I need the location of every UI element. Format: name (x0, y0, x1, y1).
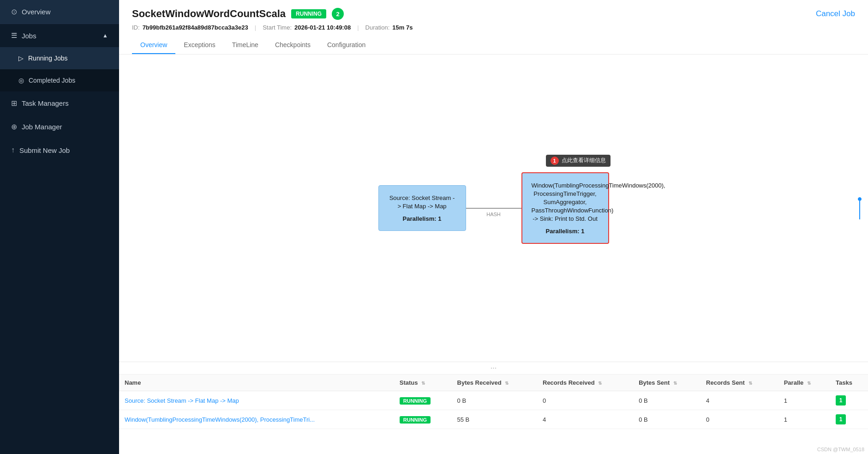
completed-jobs-icon: ◎ (18, 77, 24, 84)
col-parallelism: Paralle ⇅ (778, 375, 830, 391)
table-area: ··· Name Status ⇅ Bytes Received ⇅ Recor… (119, 362, 868, 454)
id-label: ID: (132, 24, 140, 31)
sidebar-task-managers-label: Task Managers (22, 99, 69, 107)
flow-diagram: Source: Socket Stream -> Flat Map -> Map… (119, 54, 868, 362)
parallelism-badge: 2 (332, 8, 344, 20)
node2-parallelism: Parallelism: 1 (532, 228, 599, 235)
meta-sep-2: | (357, 24, 359, 31)
cell-bytes-sent-0: 0 B (633, 391, 700, 410)
col-records-received: Records Received ⇅ (537, 375, 633, 391)
flow-node-1[interactable]: Source: Socket Stream -> Flat Map -> Map… (378, 185, 466, 231)
tabs: Overview Exceptions TimeLine Checkpoints… (132, 36, 855, 54)
status-badge-0: RUNNING (400, 397, 431, 405)
cell-records-received-1: 4 (537, 410, 633, 429)
tab-checkpoints[interactable]: Checkpoints (267, 36, 319, 54)
col-tasks: Tasks (830, 375, 868, 391)
running-status-badge: RUNNING (291, 9, 326, 18)
node1-label: Source: Socket Stream -> Flat Map -> Map (388, 194, 456, 211)
start-time-value: 2026-01-21 10:49:08 (294, 24, 351, 31)
task-managers-icon: ⊞ (11, 99, 17, 108)
sidebar-item-job-manager[interactable]: ⊕ Job Manager (0, 115, 119, 139)
tasks-badge-1: 1 (836, 414, 846, 424)
sidebar-running-jobs-label: Running Jobs (28, 54, 68, 62)
meta-sep-1: | (255, 24, 256, 31)
sidebar-item-overview[interactable]: ⊙ Overview (0, 0, 119, 24)
running-jobs-icon: ▷ (18, 54, 24, 62)
cell-parallelism-1: 1 (778, 410, 830, 429)
job-manager-icon: ⊕ (11, 122, 17, 131)
job-header: SocketWindowWordCountScala RUNNING 2 Can… (119, 0, 868, 54)
cell-bytes-received-1: 55 B (452, 410, 537, 429)
tab-overview[interactable]: Overview (132, 36, 175, 54)
arrow-label: HASH (486, 212, 501, 217)
flow-row: Source: Socket Stream -> Flat Map -> Map… (378, 172, 609, 244)
id-value: 7b99bfb261a92f84a89d87bcca3a3e23 (143, 24, 248, 31)
job-title-left: SocketWindowWordCountScala RUNNING 2 (132, 8, 344, 20)
cell-status-0: RUNNING (394, 391, 452, 410)
node1-parallelism: Parallelism: 1 (388, 215, 456, 222)
scroll-dot (858, 197, 862, 201)
jobs-icon: ☰ (11, 31, 17, 40)
sidebar-completed-jobs-label: Completed Jobs (29, 77, 75, 84)
tab-exceptions[interactable]: Exceptions (175, 36, 223, 54)
tab-timeline[interactable]: TimeLine (224, 36, 267, 54)
node2-label: Window(TumblingProcessingTimeWindows(200… (532, 182, 599, 224)
tooltip: 1 点此查看详细信息 (546, 155, 611, 167)
sidebar-jobs-header[interactable]: ☰ Jobs ▲ (0, 24, 119, 47)
table-row: Window(TumblingProcessingTimeWindows(200… (119, 410, 868, 429)
cell-status-1: RUNNING (394, 410, 452, 429)
tooltip-num: 1 (551, 157, 559, 165)
col-name: Name (119, 375, 394, 391)
duration-label: Duration: (365, 24, 390, 31)
cell-tasks-0: 1 (830, 391, 868, 410)
sidebar-jobs-label: Jobs (22, 32, 36, 40)
job-meta: ID: 7b99bfb261a92f84a89d87bcca3a3e23 | S… (132, 24, 855, 31)
start-time-label: Start Time: (263, 24, 292, 31)
flow-node-2[interactable]: Window(TumblingProcessingTimeWindows(200… (521, 172, 609, 244)
jobs-children: ▷ Running Jobs ◎ Completed Jobs (0, 47, 119, 91)
job-title-row: SocketWindowWordCountScala RUNNING 2 Can… (132, 7, 855, 20)
sidebar-item-submit-new-job[interactable]: ↑ Submit New Job (0, 139, 119, 162)
canvas-wrapper: Source: Socket Stream -> Flat Map -> Map… (119, 54, 868, 454)
cancel-job-button[interactable]: Cancel Job (816, 7, 855, 20)
cell-name-1: Window(TumblingProcessingTimeWindows(200… (119, 410, 394, 429)
scroll-indicator (858, 197, 862, 219)
col-records-sent: Records Sent ⇅ (700, 375, 778, 391)
status-badge-1: RUNNING (400, 416, 431, 424)
chevron-up-icon: ▲ (102, 32, 108, 39)
arrow-line (466, 208, 521, 209)
job-name: SocketWindowWordCountScala (132, 8, 286, 20)
ellipsis-row: ··· (119, 362, 868, 375)
cell-name-0: Source: Socket Stream -> Flat Map -> Map (119, 391, 394, 410)
sidebar-item-task-managers[interactable]: ⊞ Task Managers (0, 91, 119, 115)
cell-bytes-received-0: 0 B (452, 391, 537, 410)
cell-records-received-0: 0 (537, 391, 633, 410)
jobs-table: Name Status ⇅ Bytes Received ⇅ Records R… (119, 375, 868, 429)
flow-node-2-wrapper: 1 点此查看详细信息 Window(TumblingProcessingTime… (521, 172, 609, 244)
tasks-badge-0: 1 (836, 395, 846, 406)
flow-arrow: HASH (466, 208, 521, 209)
main-content: SocketWindowWordCountScala RUNNING 2 Can… (119, 0, 868, 454)
job-link-1[interactable]: Window(TumblingProcessingTimeWindows(200… (125, 416, 315, 423)
tab-configuration[interactable]: Configuration (319, 36, 374, 54)
cell-parallelism-0: 1 (778, 391, 830, 410)
tooltip-text: 点此查看详细信息 (562, 157, 606, 164)
sidebar-item-running-jobs[interactable]: ▷ Running Jobs (0, 47, 119, 69)
col-bytes-received: Bytes Received ⇅ (452, 375, 537, 391)
cell-records-sent-0: 4 (700, 391, 778, 410)
table-head: Name Status ⇅ Bytes Received ⇅ Records R… (119, 375, 868, 391)
sidebar-job-manager-label: Job Manager (22, 123, 62, 131)
job-link-0[interactable]: Source: Socket Stream -> Flat Map -> Map (125, 397, 239, 404)
duration-value: 15m 7s (392, 24, 413, 31)
cell-records-sent-1: 0 (700, 410, 778, 429)
overview-icon: ⊙ (11, 7, 17, 16)
cell-tasks-1: 1 (830, 410, 868, 429)
col-bytes-sent: Bytes Sent ⇅ (633, 375, 700, 391)
scroll-line (859, 201, 860, 219)
sidebar-item-completed-jobs[interactable]: ◎ Completed Jobs (0, 69, 119, 91)
watermark: CSDN @TWM_0518 (817, 447, 864, 452)
sidebar-jobs-section: ☰ Jobs ▲ ▷ Running Jobs ◎ Completed Jobs (0, 24, 119, 91)
table-row: Source: Socket Stream -> Flat Map -> Map… (119, 391, 868, 410)
col-status: Status ⇅ (394, 375, 452, 391)
sidebar: ⊙ Overview ☰ Jobs ▲ ▷ Running Jobs ◎ Com… (0, 0, 119, 454)
